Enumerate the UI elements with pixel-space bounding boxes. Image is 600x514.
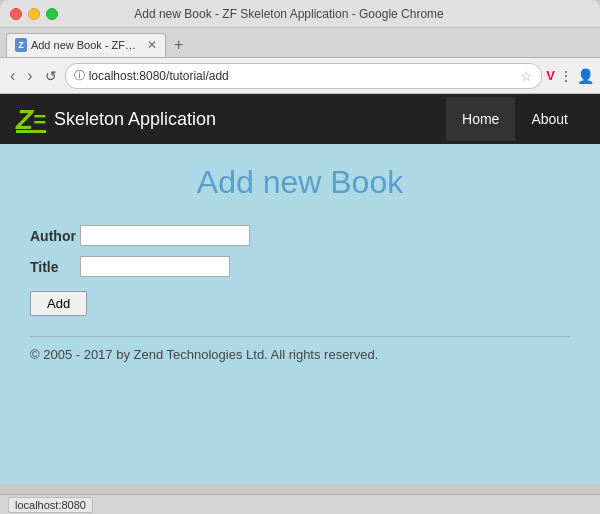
tab-label: Add new Book - ZF Ske… xyxy=(31,39,139,51)
nav-link-about[interactable]: About xyxy=(515,97,584,141)
refresh-button[interactable]: ↺ xyxy=(41,66,61,86)
author-input[interactable] xyxy=(80,225,250,246)
author-label: Author xyxy=(30,228,80,244)
navbar-nav: Home About xyxy=(446,97,584,141)
info-icon: ⓘ xyxy=(74,68,85,83)
app-title: Skeleton Application xyxy=(54,109,216,130)
add-button[interactable]: Add xyxy=(30,291,87,316)
nav-item-about[interactable]: About xyxy=(515,97,584,141)
profile-button[interactable]: 👤 xyxy=(577,68,594,84)
footer-divider xyxy=(30,336,570,337)
footer-text: © 2005 - 2017 by Zend Technologies Ltd. … xyxy=(30,347,570,362)
tab-close-icon[interactable]: ✕ xyxy=(147,38,157,52)
tab-bar: Z Add new Book - ZF Ske… ✕ + xyxy=(0,28,600,58)
nav-item-home[interactable]: Home xyxy=(446,97,515,141)
back-button[interactable]: ‹ xyxy=(6,65,19,87)
zf-logo: Z= xyxy=(16,106,46,133)
forward-button[interactable]: › xyxy=(23,65,36,87)
author-field-group: Author xyxy=(30,225,570,246)
browser-toolbar: ‹ › ↺ ⓘ ☆ V ⋮ 👤 xyxy=(0,58,600,94)
app-window: Z= Skeleton Application Home About Add n… xyxy=(0,94,600,494)
tab-favicon: Z xyxy=(15,38,27,52)
title-input[interactable] xyxy=(80,256,230,277)
zf-logo-underline xyxy=(16,130,46,133)
navbar-brand: Z= Skeleton Application xyxy=(16,106,216,133)
main-content: Add new Book Author Title Add © 2005 - 2… xyxy=(0,144,600,484)
url-input[interactable] xyxy=(89,69,517,83)
browser-right-controls: V ⋮ 👤 xyxy=(546,68,594,84)
bookmark-icon[interactable]: ☆ xyxy=(520,68,533,84)
browser-tab[interactable]: Z Add new Book - ZF Ske… ✕ xyxy=(6,33,166,57)
new-tab-button[interactable]: + xyxy=(170,36,187,54)
status-url: localhost:8080 xyxy=(8,497,93,513)
page-heading: Add new Book xyxy=(30,164,570,201)
navbar: Z= Skeleton Application Home About xyxy=(0,94,600,144)
title-field-group: Title xyxy=(30,256,570,277)
title-label: Title xyxy=(30,259,80,275)
title-bar: Add new Book - ZF Skeleton Application -… xyxy=(0,0,600,28)
status-bar: localhost:8080 xyxy=(0,494,600,514)
address-bar[interactable]: ⓘ ☆ xyxy=(65,63,543,89)
menu-button[interactable]: ⋮ xyxy=(559,68,573,84)
window-title: Add new Book - ZF Skeleton Application -… xyxy=(0,7,590,21)
nav-link-home[interactable]: Home xyxy=(446,97,515,141)
vivaldi-icon[interactable]: V xyxy=(546,68,555,83)
